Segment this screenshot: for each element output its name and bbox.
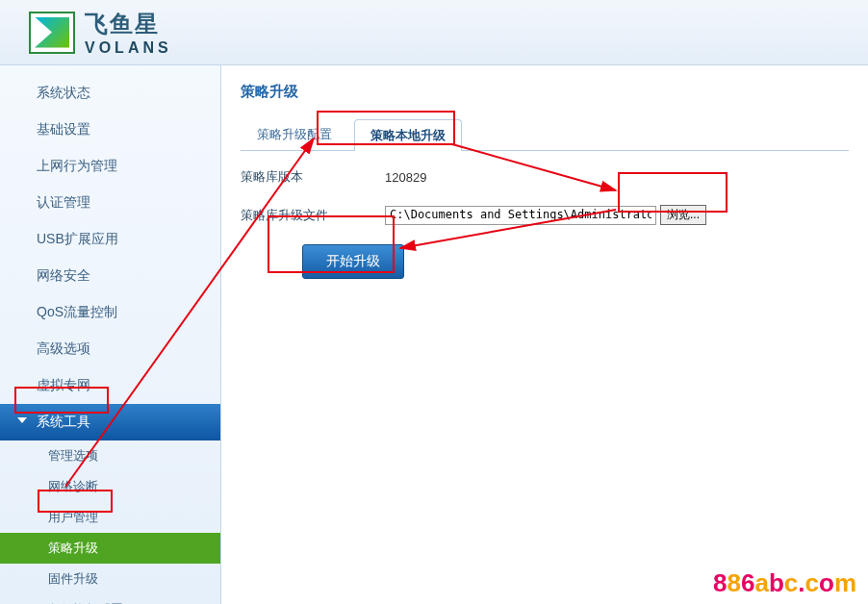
- row-file: 策略库升级文件 浏览...: [241, 205, 849, 225]
- app-header: 飞鱼星 VOLANS: [0, 0, 868, 65]
- nav-system-tools[interactable]: 系统工具: [0, 404, 220, 440]
- tab-local-upgrade[interactable]: 策略本地升级: [354, 119, 462, 151]
- logo-text: 飞鱼星 VOLANS: [85, 9, 172, 57]
- file-path-input[interactable]: [385, 206, 656, 225]
- nav-network-security[interactable]: 网络安全: [0, 258, 220, 294]
- sub-network-diag[interactable]: 网络诊断: [0, 471, 220, 502]
- tabs: 策略升级配置 策略本地升级: [241, 118, 849, 151]
- row-version: 策略库版本 120829: [241, 168, 849, 186]
- page-title: 策略升级: [241, 83, 849, 101]
- tab-upgrade-config[interactable]: 策略升级配置: [241, 118, 348, 150]
- nav-behavior-mgmt[interactable]: 上网行为管理: [0, 148, 220, 185]
- brand-en: VOLANS: [85, 39, 172, 57]
- sub-management[interactable]: 管理选项: [0, 440, 220, 471]
- nav-auth-mgmt[interactable]: 认证管理: [0, 185, 220, 221]
- browse-button[interactable]: 浏览...: [660, 205, 706, 225]
- logo-icon: [29, 12, 75, 54]
- label-version: 策略库版本: [241, 168, 385, 186]
- sub-firmware-upgrade[interactable]: 固件升级: [0, 564, 220, 594]
- nav-qos[interactable]: QoS流量控制: [0, 294, 220, 331]
- sidebar: 系统状态 基础设置 上网行为管理 认证管理 USB扩展应用 网络安全 QoS流量…: [0, 65, 221, 604]
- label-file: 策略库升级文件: [241, 207, 385, 224]
- row-action: 开始升级: [241, 244, 849, 279]
- sub-user-mgmt[interactable]: 用户管理: [0, 502, 220, 533]
- sub-backup-restore[interactable]: 备份恢复配置: [0, 594, 220, 604]
- start-upgrade-button[interactable]: 开始升级: [302, 244, 404, 279]
- main-panel: 策略升级 策略升级配置 策略本地升级 策略库版本 120829 策略库升级文件 …: [221, 65, 868, 604]
- value-version: 120829: [385, 170, 426, 185]
- nav-vpn[interactable]: 虚拟专网: [0, 367, 220, 404]
- container: 系统状态 基础设置 上网行为管理 认证管理 USB扩展应用 网络安全 QoS流量…: [0, 65, 868, 604]
- nav-basic-settings[interactable]: 基础设置: [0, 112, 220, 148]
- nav-advanced[interactable]: 高级选项: [0, 331, 220, 367]
- nav-system-status[interactable]: 系统状态: [0, 75, 220, 112]
- brand-cn: 飞鱼星: [85, 9, 172, 39]
- sub-policy-upgrade[interactable]: 策略升级: [0, 533, 220, 564]
- nav-usb-apps[interactable]: USB扩展应用: [0, 221, 220, 258]
